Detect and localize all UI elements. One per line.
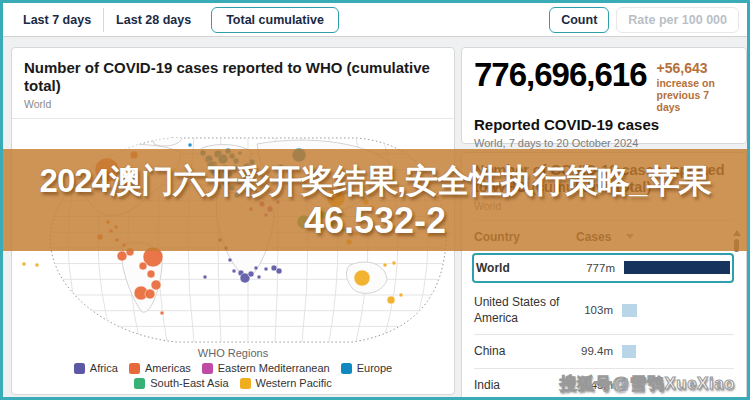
total-cases-value: 776,696,616 xyxy=(474,58,647,93)
legend-label: South-East Asia xyxy=(150,377,228,389)
cases-value: 99.4m xyxy=(576,345,622,357)
banner-text-line1: 2024澳门六开彩开奖结果,安全性执行策略_苹果 xyxy=(40,160,711,201)
legend-swatch xyxy=(240,378,251,389)
table-row[interactable]: United States of America 103m xyxy=(474,286,734,335)
ad-overlay-banner: 2024澳门六开彩开奖结果,安全性执行策略_苹果 46.532-2 xyxy=(0,149,750,251)
legend-label: Americas xyxy=(145,362,191,374)
country-name: United States of America xyxy=(474,294,576,326)
stats-card: 776,696,616 +56,643 increase on previous… xyxy=(461,47,747,144)
legend-label: Africa xyxy=(90,362,118,374)
cases-bar xyxy=(624,261,730,274)
delta-caption: increase on previous 7 days xyxy=(657,77,734,113)
cases-bar xyxy=(622,345,636,358)
banner-text-line2: 46.532-2 xyxy=(304,201,446,241)
map-legend: WHO Regions Africa Americas Eastern Medi… xyxy=(12,347,454,389)
metric-toggle-option[interactable]: Count xyxy=(549,7,609,33)
cases-bar-track xyxy=(624,261,730,274)
cases-value: 103m xyxy=(576,304,622,316)
country-name: World xyxy=(476,260,578,276)
map-card-title: Number of COVID-19 cases reported to WHO… xyxy=(12,48,454,95)
legend-items: Africa Americas Eastern Mediterranean Eu… xyxy=(12,362,454,389)
top-toolbar: Last 7 daysLast 28 daysTotal cumulative … xyxy=(3,3,747,37)
metric-toggle: CountRate per 100 000 xyxy=(542,7,739,33)
time-range-tab[interactable]: Last 7 days xyxy=(11,8,103,32)
legend-item[interactable]: Americas xyxy=(129,362,191,374)
legend-swatch xyxy=(134,378,145,389)
legend-swatch xyxy=(74,363,85,374)
legend-item[interactable]: Africa xyxy=(74,362,118,374)
watermark: 搜狐号@雪鸮XueXiao xyxy=(560,372,735,395)
legend-label: Europe xyxy=(357,362,392,374)
table-row[interactable]: World 777m xyxy=(472,253,734,283)
country-name: China xyxy=(474,343,576,359)
cases-value: 777m xyxy=(578,262,624,274)
legend-swatch xyxy=(202,363,213,374)
stats-label: Reported COVID-19 cases xyxy=(474,116,734,133)
cases-bar xyxy=(622,304,637,317)
cases-bar-track xyxy=(622,345,734,358)
legend-label: Eastern Mediterranean xyxy=(218,362,330,374)
table-row[interactable]: China 99.4m xyxy=(474,335,734,368)
legend-title: WHO Regions xyxy=(12,347,454,359)
delta-value: +56,643 xyxy=(657,61,734,76)
cases-bar-track xyxy=(622,304,734,317)
time-range-tab[interactable]: Total cumulative xyxy=(211,7,339,33)
time-range-tabs: Last 7 daysLast 28 daysTotal cumulative xyxy=(11,7,339,33)
metric-toggle-option[interactable]: Rate per 100 000 xyxy=(616,7,739,33)
legend-swatch xyxy=(341,363,352,374)
legend-label: Western Pacific xyxy=(256,377,332,389)
legend-swatch xyxy=(129,363,140,374)
legend-item[interactable]: Western Pacific xyxy=(240,377,332,389)
legend-item[interactable]: Eastern Mediterranean xyxy=(202,362,330,374)
stats-caption: World, 7 days to 20 October 2024 xyxy=(474,137,734,149)
time-range-tab[interactable]: Last 28 days xyxy=(103,8,203,32)
legend-item[interactable]: Europe xyxy=(341,362,392,374)
legend-item[interactable]: South-East Asia xyxy=(134,377,228,389)
